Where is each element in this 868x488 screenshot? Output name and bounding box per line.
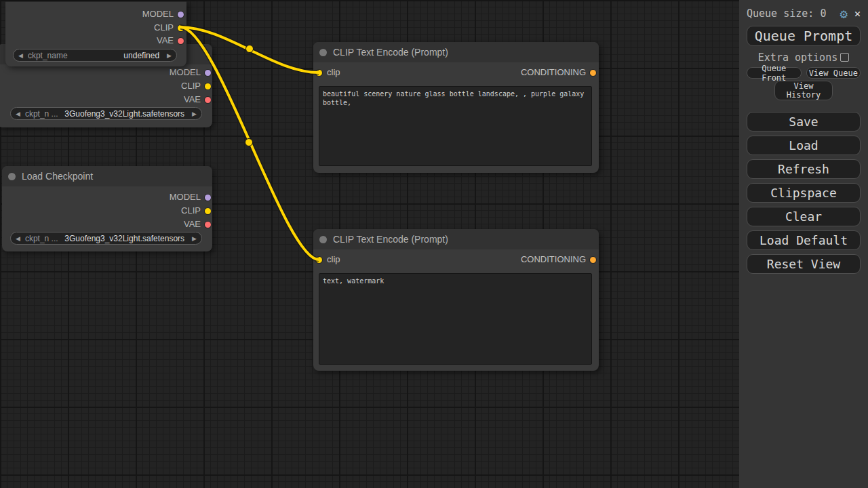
widget-left-arrow-icon[interactable]: ◀ [16, 235, 20, 242]
output-slot-vae[interactable]: VAE [184, 220, 211, 229]
queue-count: 0 [820, 7, 826, 20]
slot-label: MODEL [170, 192, 201, 202]
load-checkpoint-node-top[interactable]: MODEL CLIP VAE ◀ ckpt_name undefined ▶ [5, 1, 186, 66]
widget-value: 3Guofeng3_v32Light.safetensors [64, 234, 184, 243]
output-slot-model[interactable]: MODEL [142, 9, 184, 19]
load-default-button[interactable]: Load Default [747, 230, 861, 250]
output-slot-clip[interactable]: CLIP [154, 23, 184, 33]
node-status-dot [319, 236, 327, 243]
slot-label: clip [327, 255, 340, 264]
node-status-dot [8, 173, 16, 180]
model-slot-dot[interactable] [205, 70, 211, 76]
view-queue-button[interactable]: View Queue [806, 67, 861, 79]
widget-left-arrow-icon[interactable]: ◀ [16, 110, 20, 117]
clear-button[interactable]: Clear [747, 207, 861, 226]
settings-gear-icon[interactable]: ⚙ [840, 7, 848, 20]
slot-label: CLIP [181, 206, 201, 216]
widget-right-arrow-icon[interactable]: ▶ [192, 235, 197, 242]
vae-slot-dot[interactable] [205, 222, 211, 228]
model-slot-dot[interactable] [178, 12, 184, 18]
node-status-dot [319, 49, 327, 56]
clip-slot-dot[interactable] [205, 83, 211, 89]
comfyui-app: MODEL CLIP VAE ◀ ckpt_n ... 3Guofeng3_v3… [0, 0, 868, 488]
node-title-bar[interactable]: CLIP Text Encode (Prompt) [313, 229, 599, 249]
extra-options-row: Extra options [747, 52, 861, 62]
ckpt-name-widget[interactable]: ◀ ckpt_n ... 3Guofeng3_v32Light.safetens… [10, 107, 202, 120]
positive-prompt-textarea[interactable]: beautiful scenery nature glass bottle la… [319, 86, 592, 166]
slot-label: VAE [184, 220, 201, 229]
queue-size-row: Queue size: 0 ⚙ ✕ [747, 7, 861, 20]
clip-input-dot[interactable] [316, 257, 322, 263]
slot-label: MODEL [142, 9, 174, 19]
output-slot-conditioning[interactable]: CONDITIONING [521, 255, 596, 264]
output-slot-conditioning[interactable]: CONDITIONING [521, 68, 596, 77]
conditioning-slot-dot[interactable] [590, 257, 596, 263]
queue-front-button[interactable]: Queue Front [747, 67, 802, 79]
view-history-button[interactable]: View History [774, 81, 833, 100]
slot-label: VAE [184, 95, 201, 104]
extra-options-checkbox[interactable] [840, 53, 849, 62]
link-midpoint-dot [245, 139, 253, 146]
output-slot-model[interactable]: MODEL [170, 192, 211, 202]
widget-label: ckpt_name [28, 51, 68, 60]
ckpt-name-widget[interactable]: ◀ ckpt_name undefined ▶ [13, 49, 177, 62]
input-slot-clip[interactable]: clip [316, 255, 340, 264]
vae-slot-dot[interactable] [178, 38, 184, 44]
clipspace-button[interactable]: Clipspace [747, 183, 861, 203]
output-slot-model[interactable]: MODEL [170, 68, 211, 77]
load-checkpoint-node[interactable]: Load Checkpoint MODEL CLIP VAE ◀ ckpt_n … [2, 166, 212, 251]
clip-input-dot[interactable] [316, 70, 322, 76]
input-slot-clip[interactable]: clip [316, 68, 340, 77]
slot-label: clip [327, 68, 340, 77]
refresh-button[interactable]: Refresh [747, 159, 861, 179]
node-title: CLIP Text Encode (Prompt) [333, 47, 448, 58]
save-button[interactable]: Save [747, 112, 861, 131]
widget-label: ckpt_n ... [25, 234, 58, 243]
output-slot-clip[interactable]: CLIP [181, 206, 211, 216]
reset-view-button[interactable]: Reset View [747, 254, 861, 274]
slot-label: MODEL [170, 68, 201, 77]
widget-left-arrow-icon[interactable]: ◀ [18, 52, 23, 59]
ckpt-name-widget[interactable]: ◀ ckpt_n ... 3Guofeng3_v32Light.safetens… [10, 232, 202, 245]
clip-slot-dot[interactable] [205, 208, 211, 214]
extra-options-label: Extra options [758, 52, 837, 64]
widget-label: ckpt_n ... [25, 109, 58, 119]
queue-action-row: Queue Front View Queue [747, 67, 861, 79]
widget-right-arrow-icon[interactable]: ▶ [192, 110, 197, 117]
node-title-bar[interactable]: Load Checkpoint [2, 166, 212, 186]
queue-size-label: Queue size: 0 [747, 7, 840, 20]
widget-value: 3Guofeng3_v32Light.safetensors [64, 109, 184, 119]
output-slot-vae[interactable]: VAE [157, 36, 184, 45]
node-title-bar[interactable]: CLIP Text Encode (Prompt) [313, 42, 599, 62]
node-title: Load Checkpoint [22, 171, 93, 182]
widget-value: undefined [123, 51, 159, 60]
link-midpoint-dot [246, 45, 254, 53]
conditioning-slot-dot[interactable] [590, 70, 596, 76]
slot-label: CONDITIONING [521, 68, 586, 77]
negative-prompt-textarea[interactable]: text, watermark [319, 273, 592, 365]
clip-text-encode-node-negative[interactable]: CLIP Text Encode (Prompt) clip CONDITION… [313, 229, 599, 371]
vae-slot-dot[interactable] [205, 97, 211, 103]
clip-slot-dot[interactable] [178, 25, 184, 31]
node-title: CLIP Text Encode (Prompt) [333, 234, 448, 245]
slot-label: CLIP [154, 23, 174, 33]
load-button[interactable]: Load [747, 136, 861, 155]
output-slot-clip[interactable]: CLIP [181, 81, 211, 91]
slot-label: VAE [157, 36, 174, 45]
clip-text-encode-node-positive[interactable]: CLIP Text Encode (Prompt) clip CONDITION… [313, 42, 599, 173]
slot-label: CONDITIONING [521, 255, 586, 264]
queue-prompt-button[interactable]: Queue Prompt [747, 26, 861, 46]
comfy-menu: Queue size: 0 ⚙ ✕ Queue Prompt Extra opt… [739, 0, 868, 488]
widget-right-arrow-icon[interactable]: ▶ [167, 52, 172, 59]
model-slot-dot[interactable] [205, 195, 211, 201]
node-graph-canvas[interactable]: MODEL CLIP VAE ◀ ckpt_n ... 3Guofeng3_v3… [0, 0, 868, 488]
close-icon[interactable]: ✕ [854, 7, 861, 20]
output-slot-vae[interactable]: VAE [184, 95, 211, 104]
slot-label: CLIP [181, 81, 201, 91]
